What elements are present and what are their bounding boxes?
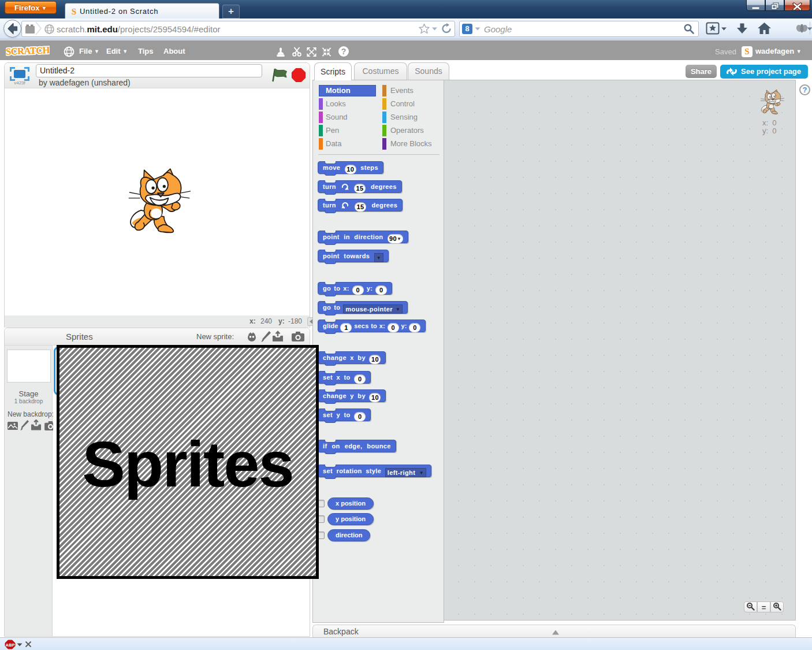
svg-text:ABP: ABP (6, 642, 15, 648)
svg-text:v423f: v423f (14, 80, 25, 85)
svg-text:S: S (72, 7, 76, 16)
svg-text:SCRATCH: SCRATCH (6, 44, 50, 57)
